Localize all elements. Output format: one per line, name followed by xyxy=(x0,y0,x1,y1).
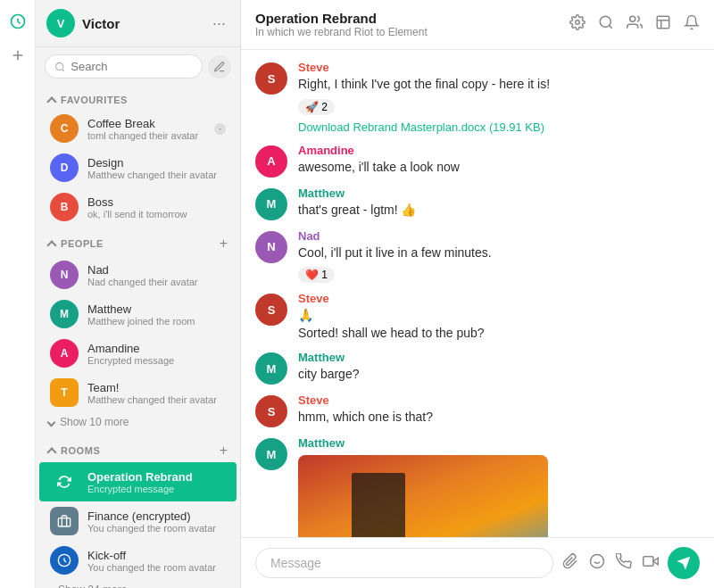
room-finance-avatar xyxy=(50,507,79,535)
msg-text-steve-1: Right, I think I've got the final copy -… xyxy=(298,76,700,94)
emoji-icon[interactable] xyxy=(589,553,605,574)
chat-input-icons xyxy=(562,553,659,574)
msg-sender-matthew-2: Matthew xyxy=(298,351,700,364)
msg-avatar-steve-3: S xyxy=(255,395,287,427)
msg-sender-amandine: Amandine xyxy=(298,144,700,157)
sidebar-content: FAVOURITES C Coffee Break toml changed t… xyxy=(36,86,240,588)
msg-sender-matthew-1: Matthew xyxy=(298,186,700,200)
people-header: PEOPLE + xyxy=(36,230,240,255)
chat-subtitle: In which we rebrand Riot to Element xyxy=(255,26,428,38)
rooms-show-more[interactable]: Show 24 more xyxy=(36,580,240,588)
msg-avatar-steve-2: S xyxy=(255,294,287,326)
nav-compose-icon[interactable] xyxy=(4,41,32,70)
settings-icon[interactable] xyxy=(569,14,585,35)
room-finance[interactable]: Finance (encrypted) You changed the room… xyxy=(39,501,237,541)
send-button[interactable] xyxy=(668,547,700,579)
person-matthew-avatar: M xyxy=(50,300,79,328)
msg-reaction-heart: ❤️ 1 xyxy=(298,267,335,283)
fav-design[interactable]: D Design Matthew changed their avatar xyxy=(39,148,237,187)
nav-home-icon[interactable] xyxy=(4,7,32,36)
rooms-header: ROOMS + xyxy=(36,437,240,462)
user-more-button[interactable]: ··· xyxy=(209,12,229,35)
favourites-chevron xyxy=(46,96,56,106)
room-kickoff[interactable]: Kick-off You changed the room avatar xyxy=(39,541,237,580)
svg-point-5 xyxy=(600,16,610,27)
msg-sender-steve-2: Steve xyxy=(298,292,700,305)
svg-point-8 xyxy=(591,554,604,567)
files-icon[interactable] xyxy=(655,14,671,35)
fav-boss-info: Boss ok, i'll send it tomorrow xyxy=(87,195,226,219)
msg-body-amandine: Amandine awesome, i'll take a look now xyxy=(298,144,700,178)
fav-coffee-avatar: C xyxy=(50,114,79,143)
messages-list: S Steve Right, I think I've got the fina… xyxy=(241,50,714,537)
people-title[interactable]: PEOPLE xyxy=(48,238,104,249)
search-input[interactable] xyxy=(71,60,193,73)
msg-body-matthew-3: Matthew xyxy=(298,436,700,537)
people-show-more[interactable]: Show 10 more xyxy=(36,412,240,434)
msg-body-nad: Nad Cool, i'll put it live in a few minu… xyxy=(298,229,700,284)
svg-rect-12 xyxy=(643,556,653,566)
attachment-icon[interactable] xyxy=(562,553,578,574)
person-nad[interactable]: N Nad Nad changed their avatar xyxy=(39,255,237,294)
fav-coffee-info: Coffee Break toml changed their avatar xyxy=(87,117,205,141)
favourites-section: FAVOURITES C Coffee Break toml changed t… xyxy=(36,89,240,227)
room-operation-rebrand[interactable]: Operation Rebrand Encrypted message xyxy=(39,462,237,501)
fav-coffee-break[interactable]: C Coffee Break toml changed their avatar… xyxy=(39,109,237,148)
person-amandine[interactable]: A Amandine Encrypted message xyxy=(39,334,237,373)
chat-input-wrap[interactable]: Message xyxy=(255,548,553,578)
rooms-section: ROOMS + Operation Rebrand Encrypted mess… xyxy=(36,437,240,588)
msg-sender-matthew-3: Matthew xyxy=(298,436,700,450)
notifications-icon[interactable] xyxy=(684,14,700,35)
call-icon[interactable] xyxy=(616,553,632,574)
svg-point-1 xyxy=(56,62,63,70)
msg-avatar-amandine: A xyxy=(255,145,287,178)
msg-download-link[interactable]: Download Rebrand Masterplan.docx (19.91 … xyxy=(298,120,544,134)
chat-header: Operation Rebrand In which we rebrand Ri… xyxy=(241,0,714,50)
msg-text-matthew-2: city barge? xyxy=(298,366,700,384)
favourites-title[interactable]: FAVOURITES xyxy=(48,95,128,105)
message-placeholder: Message xyxy=(270,556,321,570)
svg-rect-7 xyxy=(657,16,669,29)
msg-reaction-rocket: 🚀 2 xyxy=(298,99,335,115)
msg-text-amandine: awesome, i'll take a look now xyxy=(298,159,700,177)
video-icon[interactable] xyxy=(643,553,659,574)
chat-header-left: Operation Rebrand In which we rebrand Ri… xyxy=(255,11,428,38)
people-section: PEOPLE + N Nad Nad changed their avatar … xyxy=(36,230,240,434)
search-chat-icon[interactable] xyxy=(598,14,614,35)
people-chevron xyxy=(46,240,56,250)
members-icon[interactable] xyxy=(627,14,643,35)
search-bar xyxy=(36,47,240,86)
person-amandine-avatar: A xyxy=(50,339,79,368)
rooms-title[interactable]: ROOMS xyxy=(48,445,100,456)
chat-title: Operation Rebrand xyxy=(255,11,428,26)
svg-point-4 xyxy=(576,21,580,25)
msg-text-steve-3: hmm, which one is that? xyxy=(298,409,700,427)
message-matthew-2: M Matthew city barge? xyxy=(255,351,700,385)
msg-sender-steve-1: Steve xyxy=(298,61,700,74)
left-nav xyxy=(0,0,36,588)
msg-text-matthew-1: that's great - lgtm! 👍 xyxy=(298,202,700,219)
person-team[interactable]: T Team! Matthew changed their avatar xyxy=(39,373,237,412)
room-rebrand-avatar xyxy=(50,468,79,496)
person-nad-avatar: N xyxy=(50,261,79,289)
msg-text-steve-2: 🙏Sorted! shall we head to the pub? xyxy=(298,307,700,342)
show-more-chevron xyxy=(47,418,56,427)
room-rebrand-info: Operation Rebrand Encrypted message xyxy=(87,470,226,494)
rooms-add-button[interactable]: + xyxy=(220,443,228,459)
search-input-wrap[interactable] xyxy=(45,54,203,79)
msg-sender-nad: Nad xyxy=(298,229,700,243)
msg-body-matthew-2: Matthew city barge? xyxy=(298,351,700,385)
message-steve-3: S Steve hmm, which one is that? xyxy=(255,393,700,427)
search-icon xyxy=(54,61,65,73)
user-avatar: V xyxy=(46,9,75,37)
room-kickoff-info: Kick-off You changed the room avatar xyxy=(87,549,226,573)
person-matthew[interactable]: M Matthew Matthew joined the room xyxy=(39,294,237,334)
chat-area: Operation Rebrand In which we rebrand Ri… xyxy=(241,0,714,588)
compose-button[interactable] xyxy=(208,55,231,79)
msg-avatar-matthew-3: M xyxy=(255,438,287,470)
user-info: V Victor xyxy=(46,9,120,37)
fav-boss[interactable]: B Boss ok, i'll send it tomorrow xyxy=(39,187,237,227)
people-add-button[interactable]: + xyxy=(220,236,228,252)
msg-avatar-matthew-1: M xyxy=(255,188,287,220)
message-steve-1: S Steve Right, I think I've got the fina… xyxy=(255,61,700,135)
